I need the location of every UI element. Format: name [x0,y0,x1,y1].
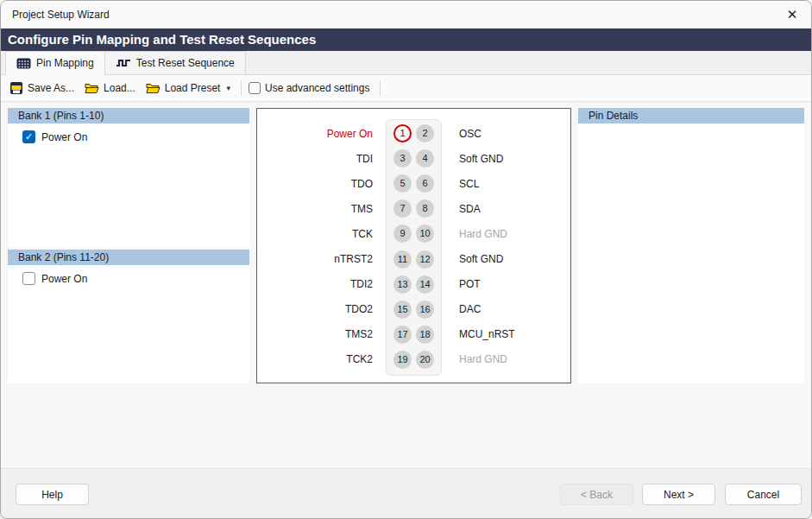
tab-strip: Pin Mapping Test Reset Sequence [1,51,811,75]
bank2-power-on-checkbox[interactable]: Power On [8,265,249,285]
pin-12[interactable]: 12 [416,250,434,269]
pin-row: TMS78SDA [257,196,570,221]
toolbar-separator [241,80,242,96]
pin-4[interactable]: 4 [416,149,434,168]
cancel-button[interactable]: Cancel [725,484,802,505]
connector-grid-icon [16,58,31,69]
pin-left-label: TCK [257,228,373,240]
pin-13[interactable]: 13 [393,275,412,294]
pin-diagram-panel: Power On12OSCTDI34Soft GNDTDO56SCLTMS78S… [256,108,571,383]
pin-6[interactable]: 6 [416,174,434,193]
checkbox-unchecked-icon [249,82,261,94]
pin-details-body [578,123,804,383]
checkbox-unchecked-icon [22,272,35,285]
pin-9[interactable]: 9 [393,225,412,243]
pin-right-label: SDA [459,203,481,215]
pin-11[interactable]: 11 [393,250,412,269]
pin-left-label: TDI2 [257,278,373,290]
pin-right-label: Soft GND [459,153,503,165]
pin-18[interactable]: 18 [416,326,434,344]
page-title: Configure Pin Mapping and Test Reset Seq… [1,28,811,51]
pin-right-label: Hard GND [459,353,507,365]
pin-14[interactable]: 14 [416,275,434,294]
load-label: Load... [104,82,135,94]
load-button[interactable]: Load... [85,82,135,94]
bank1-panel: Bank 1 (Pins 1-10) ✓ Power On [8,108,249,247]
pin-right-label: Soft GND [459,253,503,265]
pin-7[interactable]: 7 [393,199,412,218]
pin-details-header: Pin Details [578,108,804,123]
bank1-header: Bank 1 (Pins 1-10) [8,108,249,123]
pin-row: nTRST21112Soft GND [257,246,570,271]
back-button: < Back [560,484,633,505]
open-folder-icon [146,82,161,94]
square-wave-icon [116,58,131,68]
pin-right-label: SCL [459,178,479,190]
pin-right-label: POT [459,278,481,290]
pin-left-label: Power On [257,128,373,140]
pin-19[interactable]: 19 [393,351,412,369]
footer-bar: Help < Back Next > Cancel [1,468,811,518]
project-setup-wizard-dialog: Project Setup Wizard ✕ Configure Pin Map… [0,0,812,519]
pin-rows: Power On12OSCTDI34Soft GNDTDO56SCLTMS78S… [257,121,570,372]
load-preset-label: Load Preset [165,82,221,94]
pin-17[interactable]: 17 [393,326,412,344]
pin-left-label: TMS [257,203,373,215]
pin-right-label: MCU_nRST [459,328,515,340]
bank1-power-on-checkbox[interactable]: ✓ Power On [8,123,249,143]
pin-left-label: TDO2 [257,303,373,315]
bank2-body: Power On [8,265,249,383]
use-advanced-settings-checkbox[interactable]: Use advanced settings [249,82,369,94]
window-title: Project Setup Wizard [12,1,110,28]
pin-row: TDI21314POT [257,272,570,297]
floppy-icon [9,81,23,95]
pin-1[interactable]: 1 [393,124,412,142]
wizard-banner: Configure Pin Mapping and Test Reset Seq… [1,28,811,51]
pin-15[interactable]: 15 [393,301,412,319]
pin-row: Power On12OSC [257,121,570,146]
title-bar: Project Setup Wizard ✕ [1,1,811,28]
pin-3[interactable]: 3 [393,149,412,168]
pin-details-panel: Pin Details [578,108,804,383]
pin-8[interactable]: 8 [416,199,434,218]
bank2-panel: Bank 2 (Pins 11-20) Power On [8,250,249,383]
bank1-power-on-label: Power On [41,131,87,143]
open-folder-icon [85,82,99,94]
bank2-header: Bank 2 (Pins 11-20) [8,250,249,265]
checkbox-checked-icon: ✓ [22,130,35,143]
pin-5[interactable]: 5 [393,174,412,193]
close-icon[interactable]: ✕ [782,5,803,24]
pin-2[interactable]: 2 [416,124,434,142]
pin-16[interactable]: 16 [416,301,434,319]
use-advanced-settings-label: Use advanced settings [265,82,369,94]
tab-pin-mapping[interactable]: Pin Mapping [5,51,105,75]
pin-10[interactable]: 10 [416,225,434,243]
tab-pin-mapping-label: Pin Mapping [36,57,94,69]
pin-left-label: TMS2 [257,328,373,340]
pin-20[interactable]: 20 [416,351,434,369]
pin-row: TCK21920Hard GND [257,347,570,372]
pin-left-label: TCK2 [257,353,373,365]
help-button[interactable]: Help [16,484,89,505]
pin-left-label: TDI [257,153,373,165]
load-preset-button[interactable]: Load Preset ▾ [146,82,230,94]
toolbar-separator [380,80,381,96]
tab-test-reset-label: Test Reset Sequence [136,57,235,69]
pin-right-label: OSC [459,128,482,140]
bank2-power-on-label: Power On [41,273,87,285]
save-as-button[interactable]: Save As... [9,81,74,95]
pin-row: TDO21516DAC [257,297,570,322]
save-as-label: Save As... [28,82,74,94]
next-button[interactable]: Next > [642,484,715,505]
bank1-body: ✓ Power On [8,123,249,247]
content-area: Bank 1 (Pins 1-10) ✓ Power On Bank 2 (Pi… [1,102,811,468]
tab-test-reset-sequence[interactable]: Test Reset Sequence [105,51,246,74]
chevron-down-icon: ▾ [226,84,230,92]
pin-left-label: nTRST2 [257,253,373,265]
pin-row: TCK910Hard GND [257,221,570,246]
pin-row: TDO56SCL [257,171,570,196]
pin-right-label: Hard GND [459,228,507,240]
toolbar: Save As... Load... Load Preset ▾ Use adv… [1,75,811,102]
pin-left-label: TDO [257,178,373,190]
pin-row: TDI34Soft GND [257,146,570,171]
